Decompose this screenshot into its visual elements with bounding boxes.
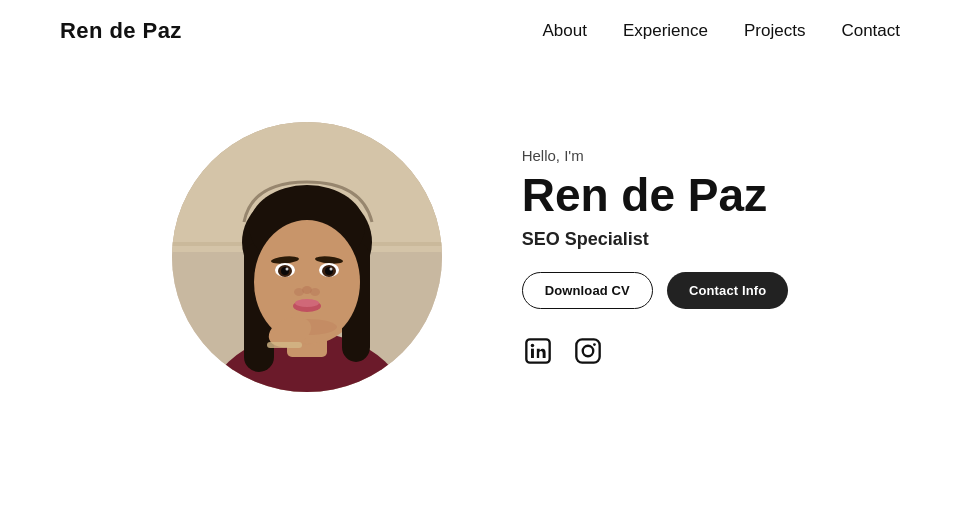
hero-section: Hello, I'm Ren de Paz SEO Specialist Dow… (0, 62, 960, 432)
nav-item-experience[interactable]: Experience (623, 21, 708, 41)
svg-rect-30 (531, 348, 534, 357)
svg-point-34 (593, 343, 596, 346)
contact-info-button[interactable]: Contact Info (667, 272, 788, 309)
nav-link-experience[interactable]: Experience (623, 21, 708, 40)
svg-point-22 (294, 288, 304, 296)
nav-item-about[interactable]: About (542, 21, 586, 41)
nav-link-about[interactable]: About (542, 21, 586, 40)
nav-item-projects[interactable]: Projects (744, 21, 805, 41)
hero-text-block: Hello, I'm Ren de Paz SEO Specialist Dow… (522, 147, 789, 367)
linkedin-icon[interactable] (522, 335, 554, 367)
social-icons (522, 335, 604, 367)
svg-point-23 (310, 288, 320, 296)
svg-rect-32 (576, 339, 599, 362)
hero-greeting: Hello, I'm (522, 147, 584, 164)
svg-point-31 (530, 344, 534, 348)
hero-name: Ren de Paz (522, 170, 767, 221)
nav-link-projects[interactable]: Projects (744, 21, 805, 40)
nav-link-contact[interactable]: Contact (841, 21, 900, 40)
svg-point-33 (582, 346, 593, 357)
nav-logo[interactable]: Ren de Paz (60, 18, 182, 44)
svg-point-25 (295, 299, 319, 307)
hero-title: SEO Specialist (522, 229, 649, 250)
instagram-icon[interactable] (572, 335, 604, 367)
download-cv-button[interactable]: Download CV (522, 272, 653, 309)
svg-rect-28 (267, 342, 302, 348)
svg-point-20 (329, 268, 332, 271)
hero-buttons: Download CV Contact Info (522, 272, 789, 309)
svg-point-19 (285, 268, 288, 271)
nav-item-contact[interactable]: Contact (841, 21, 900, 41)
nav-links: About Experience Projects Contact (542, 21, 900, 41)
avatar-portrait-svg (172, 122, 442, 392)
navbar: Ren de Paz About Experience Projects Con… (0, 0, 960, 62)
avatar (172, 122, 442, 392)
